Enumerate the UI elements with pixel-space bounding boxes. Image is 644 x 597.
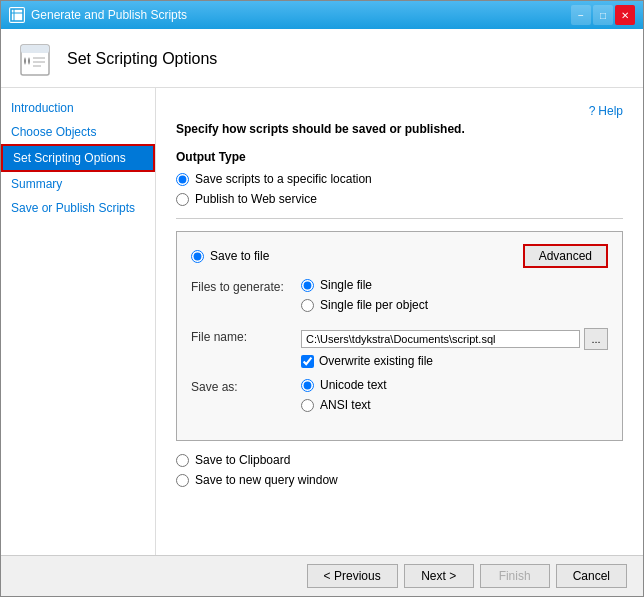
save-section-header: Save to file Advanced bbox=[191, 244, 608, 268]
output-type-label: Output Type bbox=[176, 150, 623, 164]
help-label: Help bbox=[598, 104, 623, 118]
maximize-button[interactable]: □ bbox=[593, 5, 613, 25]
browse-button[interactable]: ... bbox=[584, 328, 608, 350]
radio-save-query[interactable]: Save to new query window bbox=[176, 473, 623, 487]
radio-save-to-file[interactable]: Save to file bbox=[191, 249, 269, 263]
window-title: Generate and Publish Scripts bbox=[31, 8, 187, 22]
unicode-label: Unicode text bbox=[320, 378, 387, 392]
help-icon: ? bbox=[589, 104, 596, 118]
next-button[interactable]: Next > bbox=[404, 564, 474, 588]
app-icon bbox=[9, 7, 25, 23]
main-window: Generate and Publish Scripts − □ ✕ Set S… bbox=[0, 0, 644, 597]
close-button[interactable]: ✕ bbox=[615, 5, 635, 25]
title-bar: Generate and Publish Scripts − □ ✕ bbox=[1, 1, 643, 29]
main-content-area: ? Help Specify how scripts should be sav… bbox=[156, 88, 643, 555]
bottom-options: Save to Clipboard Save to new query wind… bbox=[176, 453, 623, 487]
sidebar-item-save-publish[interactable]: Save or Publish Scripts bbox=[1, 196, 155, 220]
overwrite-checkbox[interactable] bbox=[301, 355, 314, 368]
sidebar-item-summary[interactable]: Summary bbox=[1, 172, 155, 196]
sidebar: Introduction Choose Objects Set Scriptin… bbox=[1, 88, 156, 555]
footer: < Previous Next > Finish Cancel bbox=[1, 555, 643, 596]
instruction-text: Specify how scripts should be saved or p… bbox=[176, 122, 623, 136]
radio-ansi[interactable]: ANSI text bbox=[301, 398, 608, 412]
files-to-generate-row: Files to generate: Single file Single fi… bbox=[191, 278, 608, 318]
cancel-button[interactable]: Cancel bbox=[556, 564, 627, 588]
sidebar-item-choose-objects[interactable]: Choose Objects bbox=[1, 120, 155, 144]
radio-single-file-per-object[interactable]: Single file per object bbox=[301, 298, 608, 312]
save-clipboard-label: Save to Clipboard bbox=[195, 453, 290, 467]
previous-button[interactable]: < Previous bbox=[307, 564, 398, 588]
radio-unicode[interactable]: Unicode text bbox=[301, 378, 608, 392]
file-name-label: File name: bbox=[191, 328, 301, 344]
sidebar-item-introduction[interactable]: Introduction bbox=[1, 96, 155, 120]
svg-rect-4 bbox=[21, 45, 49, 53]
file-name-row: File name: ... Overwrite existing file bbox=[191, 328, 608, 368]
radio-publish-web[interactable]: Publish to Web service bbox=[176, 192, 623, 206]
help-link[interactable]: ? Help bbox=[589, 104, 623, 118]
body-layout: Introduction Choose Objects Set Scriptin… bbox=[1, 88, 643, 555]
overwrite-label: Overwrite existing file bbox=[319, 354, 433, 368]
sidebar-item-set-scripting-options[interactable]: Set Scripting Options bbox=[1, 144, 155, 172]
save-to-file-section: Save to file Advanced Files to generate:… bbox=[176, 231, 623, 441]
save-to-file-label: Save to file bbox=[210, 249, 269, 263]
ansi-label: ANSI text bbox=[320, 398, 371, 412]
finish-button[interactable]: Finish bbox=[480, 564, 550, 588]
minimize-button[interactable]: − bbox=[571, 5, 591, 25]
save-as-label: Save as: bbox=[191, 378, 301, 394]
save-as-row: Save as: Unicode text ANSI text bbox=[191, 378, 608, 418]
page-title: Set Scripting Options bbox=[67, 50, 217, 68]
header-icon bbox=[17, 39, 57, 79]
overwrite-row[interactable]: Overwrite existing file bbox=[301, 354, 608, 368]
files-to-generate-label: Files to generate: bbox=[191, 278, 301, 294]
header-section: Set Scripting Options bbox=[1, 29, 643, 88]
single-file-label: Single file bbox=[320, 278, 372, 292]
file-name-input[interactable] bbox=[301, 330, 580, 348]
save-location-label: Save scripts to a specific location bbox=[195, 172, 372, 186]
save-query-label: Save to new query window bbox=[195, 473, 338, 487]
radio-save-clipboard[interactable]: Save to Clipboard bbox=[176, 453, 623, 467]
radio-save-location[interactable]: Save scripts to a specific location bbox=[176, 172, 623, 186]
radio-single-file[interactable]: Single file bbox=[301, 278, 608, 292]
advanced-button[interactable]: Advanced bbox=[523, 244, 608, 268]
svg-rect-0 bbox=[11, 9, 23, 21]
publish-web-label: Publish to Web service bbox=[195, 192, 317, 206]
single-file-per-object-label: Single file per object bbox=[320, 298, 428, 312]
